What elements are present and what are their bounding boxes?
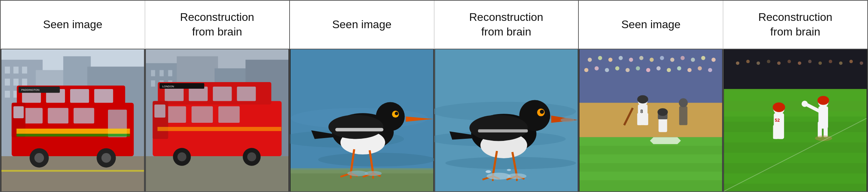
image-recon-bus: LONDON <box>145 49 289 191</box>
svg-point-176 <box>818 62 822 65</box>
svg-point-178 <box>839 62 843 65</box>
svg-point-78 <box>328 115 383 139</box>
svg-point-126 <box>660 56 664 60</box>
svg-rect-185 <box>724 132 867 143</box>
svg-rect-158 <box>679 106 687 125</box>
svg-rect-192 <box>779 125 784 139</box>
header-recon-bus: Reconstructionfrom brain <box>145 1 289 49</box>
svg-rect-50 <box>165 87 183 101</box>
svg-point-94 <box>445 157 576 169</box>
svg-point-29 <box>34 153 44 163</box>
svg-rect-41 <box>151 70 155 76</box>
svg-point-171 <box>767 60 770 63</box>
svg-point-62 <box>177 152 186 161</box>
svg-point-138 <box>646 68 650 72</box>
svg-point-196 <box>802 101 808 107</box>
svg-rect-102 <box>478 129 528 133</box>
svg-point-125 <box>650 58 654 62</box>
svg-point-161 <box>658 108 668 116</box>
header-recon-baseball: Reconstructionfrom brain <box>723 1 867 49</box>
image-seen-bus: PADDINGTON <box>1 49 145 191</box>
svg-rect-21 <box>94 89 113 103</box>
svg-text:52: 52 <box>775 118 780 123</box>
header-seen-baseball: Seen image <box>579 1 723 49</box>
svg-rect-42 <box>159 70 164 76</box>
svg-point-90 <box>365 171 382 176</box>
image-recon-baseball: 52 <box>723 49 867 191</box>
image-seen-baseball: 8 <box>579 49 723 191</box>
svg-point-99 <box>540 110 544 114</box>
svg-point-123 <box>629 58 633 62</box>
svg-rect-14 <box>1 156 144 191</box>
svg-point-175 <box>808 60 812 63</box>
svg-point-120 <box>598 56 602 60</box>
svg-point-172 <box>777 62 781 65</box>
svg-point-112 <box>486 173 510 180</box>
svg-rect-79 <box>335 128 383 131</box>
svg-rect-27 <box>14 106 24 118</box>
image-recon-bird <box>434 49 578 191</box>
svg-point-121 <box>608 58 612 62</box>
header-seen-bus: Seen image <box>1 1 145 49</box>
svg-point-133 <box>595 66 599 71</box>
svg-rect-47 <box>146 156 289 191</box>
svg-rect-55 <box>191 106 212 123</box>
svg-point-129 <box>691 58 695 62</box>
svg-rect-5 <box>5 67 10 74</box>
svg-rect-52 <box>213 87 232 101</box>
column-seen-bird: Seen image <box>290 1 434 191</box>
svg-point-169 <box>746 60 750 63</box>
pair-bus: Seen image <box>1 1 290 191</box>
svg-rect-51 <box>189 87 208 101</box>
svg-rect-145 <box>579 103 722 137</box>
svg-point-64 <box>247 152 256 161</box>
svg-point-173 <box>787 60 791 63</box>
svg-rect-35 <box>17 134 130 137</box>
svg-rect-20 <box>70 89 89 103</box>
header-seen-bird: Seen image <box>290 1 434 49</box>
svg-rect-149 <box>579 172 722 181</box>
svg-rect-15 <box>1 170 144 172</box>
svg-point-179 <box>850 60 853 63</box>
svg-rect-148 <box>579 154 722 163</box>
svg-rect-184 <box>724 111 867 122</box>
svg-rect-167 <box>724 49 867 91</box>
svg-text:LONDON: LONDON <box>162 85 174 88</box>
svg-rect-9 <box>14 79 19 86</box>
svg-point-124 <box>640 56 644 60</box>
svg-rect-186 <box>724 153 867 163</box>
svg-point-134 <box>605 68 609 72</box>
column-recon-bus: Reconstructionfrom brain <box>145 1 289 191</box>
svg-point-190 <box>773 103 785 112</box>
svg-point-135 <box>615 66 619 71</box>
svg-point-69 <box>318 153 434 167</box>
svg-point-127 <box>670 58 675 62</box>
svg-text:PADDINGTON: PADDINGTON <box>21 88 39 91</box>
svg-rect-152 <box>637 113 642 125</box>
svg-rect-153 <box>644 113 648 125</box>
svg-point-160 <box>637 95 649 104</box>
svg-rect-199 <box>824 122 828 137</box>
svg-point-136 <box>626 68 630 72</box>
svg-rect-44 <box>151 80 155 87</box>
svg-point-144 <box>708 68 712 72</box>
pair-baseball: Seen image <box>579 1 867 191</box>
svg-rect-56 <box>218 106 240 123</box>
svg-point-114 <box>485 170 491 173</box>
pair-bird: Seen image <box>290 1 579 191</box>
svg-rect-183 <box>724 91 867 101</box>
svg-point-142 <box>687 68 692 72</box>
svg-point-159 <box>679 98 688 107</box>
svg-point-180 <box>860 62 863 65</box>
svg-point-76 <box>395 112 398 115</box>
svg-point-174 <box>798 62 801 65</box>
svg-point-131 <box>712 58 716 62</box>
svg-marker-162 <box>650 137 681 144</box>
header-recon-bird: Reconstructionfrom brain <box>434 1 578 49</box>
svg-rect-10 <box>22 79 27 86</box>
svg-point-141 <box>677 66 682 71</box>
svg-point-197 <box>817 96 829 105</box>
svg-point-132 <box>584 68 589 72</box>
svg-point-116 <box>560 118 574 122</box>
svg-point-140 <box>667 68 671 72</box>
